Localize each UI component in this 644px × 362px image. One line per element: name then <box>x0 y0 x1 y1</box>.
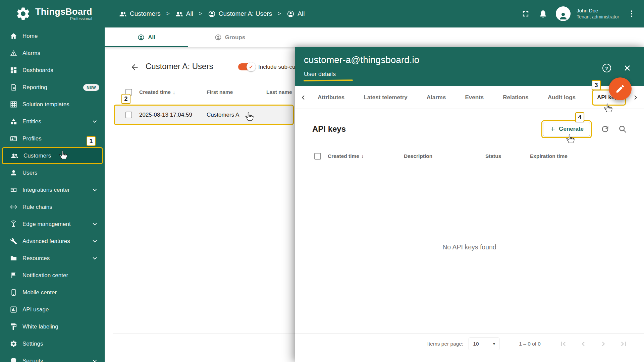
toggle-label: Include sub-cu <box>258 64 296 70</box>
sidebar-item-integrations-center[interactable]: Integrations center <box>0 181 105 198</box>
kebab-menu-icon[interactable] <box>627 9 636 18</box>
cursor-pointer-icon <box>566 134 575 143</box>
breadcrumb-all-users[interactable]: All <box>287 10 305 18</box>
table-row[interactable]: 2025-08-13 17:04:59 Customers A <box>114 105 294 125</box>
people-icon <box>175 10 183 18</box>
column-last-name[interactable]: Last name <box>266 85 292 99</box>
empty-state-text: No API keys found <box>295 243 644 251</box>
sidebar-item-customers[interactable]: Customers <box>2 147 103 164</box>
cursor-pointer-icon <box>603 103 613 113</box>
last-page-icon[interactable] <box>619 340 628 348</box>
close-icon[interactable] <box>623 63 632 73</box>
tabs-scroll-left-icon[interactable] <box>299 93 308 102</box>
new-badge: NEW <box>83 84 99 91</box>
sidebar-item-dashboards[interactable]: Dashboards <box>0 62 105 79</box>
toggle-thumb: ✓ <box>247 62 256 71</box>
api-keys-table-header: Created time↓ Description Status Expirat… <box>295 148 644 164</box>
shield-icon <box>10 357 17 362</box>
sidebar: Home Alarms Dashboards ReportingNEW Solu… <box>0 27 105 362</box>
sidebar-item-home[interactable]: Home <box>0 27 105 45</box>
details-subtitle: User details <box>304 71 336 78</box>
column-expiration-time[interactable]: Expiration time <box>530 148 568 164</box>
sidebar-item-settings[interactable]: Settings <box>0 335 105 352</box>
sidebar-item-users[interactable]: Users <box>0 164 105 181</box>
page-range-text: 1 – 0 of 0 <box>519 341 541 347</box>
person-circle-icon <box>287 10 294 18</box>
avatar[interactable] <box>556 6 571 21</box>
tab-relations[interactable]: Relations <box>500 94 531 101</box>
cell-first-name: Customers A <box>207 106 239 124</box>
tab-groups[interactable]: Groups <box>188 27 272 47</box>
app-name: ThingsBoard <box>35 7 92 17</box>
chevron-down-icon <box>91 237 99 245</box>
chart-icon <box>10 306 17 313</box>
people-icon <box>119 10 127 18</box>
column-created-time[interactable]: Created time↓ <box>328 148 364 164</box>
tab-latest-telemetry[interactable]: Latest telemetry <box>361 94 410 101</box>
first-page-icon[interactable] <box>559 340 568 348</box>
back-arrow-icon[interactable] <box>130 63 139 72</box>
sidebar-item-edge-management[interactable]: Edge management <box>0 216 105 233</box>
include-sub-customers-toggle[interactable]: ✓ Include sub-cu <box>238 63 296 70</box>
sidebar-item-resources[interactable]: Resources <box>0 250 105 267</box>
tab-audit-logs[interactable]: Audit logs <box>545 94 578 101</box>
sidebar-item-notification-center[interactable]: Notification center <box>0 267 105 284</box>
sidebar-item-api-usage[interactable]: API usage <box>0 301 105 318</box>
person-circle-icon <box>138 34 145 41</box>
sort-desc-icon: ↓ <box>361 153 364 159</box>
user-info: John Doe Tenant administrator <box>577 8 619 20</box>
app-edition: Professional <box>70 16 92 21</box>
breadcrumb-customer-a-users[interactable]: Customer A: Users <box>208 10 272 18</box>
cell-created-time: 2025-08-13 17:04:59 <box>139 106 192 124</box>
sidebar-item-white-labeling[interactable]: White labeling <box>0 318 105 335</box>
column-status[interactable]: Status <box>485 148 501 164</box>
antenna-icon <box>10 220 17 228</box>
column-first-name[interactable]: First name <box>207 85 233 99</box>
previous-page-icon[interactable] <box>579 340 588 348</box>
page-title: Customer A: Users <box>146 62 213 71</box>
sort-desc-icon: ↓ <box>173 89 175 95</box>
edit-fab-button[interactable] <box>609 77 632 100</box>
select-all-checkbox[interactable] <box>314 153 321 160</box>
sidebar-item-entities[interactable]: Entities <box>0 113 105 130</box>
breadcrumb-customers[interactable]: Customers <box>119 10 161 18</box>
badge-icon <box>10 135 17 142</box>
help-button[interactable]: ? <box>602 64 611 72</box>
input-icon <box>10 186 17 194</box>
breadcrumb-all-groups[interactable]: All <box>175 10 193 18</box>
refresh-icon[interactable] <box>600 124 610 134</box>
fullscreen-icon[interactable] <box>521 9 530 18</box>
items-per-page-select[interactable]: 10 ▾ <box>469 338 499 350</box>
api-keys-toolbar: API keys Generate <box>295 119 644 139</box>
column-description[interactable]: Description <box>404 148 432 164</box>
sidebar-item-rule-chains[interactable]: Rule chains <box>0 198 105 216</box>
search-icon[interactable] <box>618 124 627 134</box>
sidebar-item-security[interactable]: Security <box>0 352 105 362</box>
tab-events[interactable]: Events <box>463 94 487 101</box>
column-created-time[interactable]: Created time↓ <box>139 85 175 99</box>
tabs-scroll-right-icon[interactable] <box>631 93 640 102</box>
plus-icon <box>549 126 556 132</box>
folder-icon <box>10 254 17 262</box>
people-icon <box>11 152 18 160</box>
warning-icon <box>10 49 17 57</box>
category-icon <box>10 118 17 125</box>
annotation-underline <box>304 79 353 81</box>
user-details-panel: customer-a@thingsboard.io User details ?… <box>295 47 644 362</box>
tab-all[interactable]: All <box>105 27 188 47</box>
next-page-icon[interactable] <box>599 340 608 348</box>
tab-attributes[interactable]: Attributes <box>315 94 347 101</box>
breadcrumb-separator: > <box>199 10 202 17</box>
tab-alarms[interactable]: Alarms <box>424 94 449 101</box>
cursor-pointer-icon <box>245 112 254 121</box>
flag-icon <box>10 272 17 279</box>
sidebar-item-advanced-features[interactable]: Advanced features <box>0 233 105 250</box>
notifications-bell-icon[interactable] <box>538 9 548 18</box>
sidebar-item-alarms[interactable]: Alarms <box>0 45 105 62</box>
row-checkbox[interactable] <box>125 112 132 118</box>
sidebar-item-mobile-center[interactable]: Mobile center <box>0 284 105 301</box>
sidebar-item-solution-templates[interactable]: Solution templates <box>0 96 105 113</box>
chevron-down-icon <box>91 254 99 262</box>
dropdown-caret-icon: ▾ <box>493 341 495 346</box>
sidebar-item-reporting[interactable]: ReportingNEW <box>0 79 105 96</box>
